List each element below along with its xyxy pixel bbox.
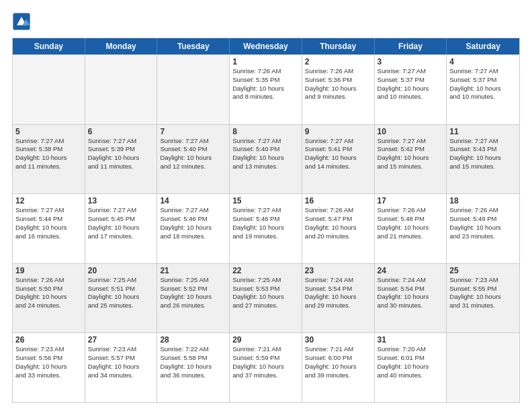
header-day-wednesday: Wednesday	[230, 38, 302, 54]
day-cell-empty-0-0	[13, 55, 85, 124]
day-cell-6: 6Sunrise: 7:27 AMSunset: 5:39 PMDaylight…	[85, 125, 158, 194]
cell-line: Sunrise: 7:26 AM	[232, 67, 299, 76]
cell-line: and 39 minutes.	[305, 371, 371, 380]
cell-line: and 10 minutes.	[378, 93, 444, 101]
day-number: 10	[378, 127, 444, 136]
cell-line: and 19 minutes.	[232, 232, 299, 241]
header-day-tuesday: Tuesday	[157, 38, 230, 54]
day-number: 18	[449, 196, 517, 205]
cell-line: Sunset: 5:45 PM	[88, 215, 154, 224]
cell-line: Daylight: 10 hours	[449, 85, 517, 93]
day-number: 17	[378, 196, 444, 205]
cell-line: and 15 minutes.	[378, 163, 444, 171]
cell-line: Daylight: 10 hours	[232, 293, 299, 302]
calendar-row-2: 12Sunrise: 7:27 AMSunset: 5:44 PMDayligh…	[13, 193, 519, 263]
day-number: 21	[160, 266, 226, 275]
cell-line: and 34 minutes.	[88, 371, 154, 380]
day-cell-23: 23Sunrise: 7:24 AMSunset: 5:54 PMDayligh…	[302, 264, 375, 333]
day-number: 2	[305, 57, 371, 66]
day-cell-17: 17Sunrise: 7:26 AMSunset: 5:48 PMDayligh…	[375, 194, 447, 263]
day-cell-30: 30Sunrise: 7:21 AMSunset: 6:00 PMDayligh…	[302, 333, 375, 402]
cell-line: and 17 minutes.	[88, 232, 154, 241]
cell-line: and 10 minutes.	[449, 93, 517, 101]
cell-line: Sunrise: 7:26 AM	[449, 206, 517, 215]
cell-line: and 16 minutes.	[15, 232, 82, 241]
cell-line: Sunrise: 7:27 AM	[232, 137, 299, 146]
cell-line: Sunrise: 7:27 AM	[160, 137, 226, 146]
day-cell-2: 2Sunrise: 7:26 AMSunset: 5:36 PMDaylight…	[302, 55, 375, 124]
day-cell-1: 1Sunrise: 7:26 AMSunset: 5:35 PMDaylight…	[230, 55, 302, 124]
day-cell-empty-0-2	[157, 55, 230, 124]
cell-line: Sunrise: 7:27 AM	[88, 206, 154, 215]
cell-line: Daylight: 10 hours	[15, 224, 82, 232]
cell-line: and 18 minutes.	[160, 232, 226, 241]
page: SundayMondayTuesdayWednesdayThursdayFrid…	[0, 0, 532, 411]
cell-line: Sunset: 5:59 PM	[232, 354, 299, 363]
cell-line: and 31 minutes.	[449, 302, 517, 310]
cell-line: Sunset: 5:58 PM	[160, 354, 226, 363]
cell-line: Sunset: 5:36 PM	[305, 76, 371, 85]
cell-line: Daylight: 10 hours	[378, 224, 444, 232]
cell-line: Daylight: 10 hours	[378, 363, 444, 371]
cell-line: Sunset: 5:37 PM	[449, 76, 517, 85]
day-number: 31	[378, 335, 444, 345]
day-number: 1	[232, 57, 299, 66]
cell-line: Sunset: 5:51 PM	[88, 285, 154, 293]
cell-line: Daylight: 10 hours	[305, 154, 371, 163]
day-number: 23	[305, 266, 371, 275]
cell-line: Sunset: 5:43 PM	[449, 145, 517, 154]
cell-line: and 21 minutes.	[378, 232, 444, 241]
day-cell-16: 16Sunrise: 7:26 AMSunset: 5:47 PMDayligh…	[302, 194, 375, 263]
cell-line: Daylight: 10 hours	[305, 85, 371, 93]
day-number: 25	[449, 266, 517, 275]
day-cell-31: 31Sunrise: 7:20 AMSunset: 6:01 PMDayligh…	[375, 333, 447, 402]
cell-line: Sunrise: 7:24 AM	[305, 276, 371, 285]
header-day-sunday: Sunday	[13, 38, 85, 54]
cell-line: and 8 minutes.	[232, 93, 299, 101]
header-day-friday: Friday	[375, 38, 447, 54]
logo-icon	[12, 12, 31, 31]
cell-line: Sunrise: 7:27 AM	[378, 67, 444, 76]
cell-line: Sunset: 5:54 PM	[378, 285, 444, 293]
day-number: 4	[449, 57, 517, 66]
cell-line: and 29 minutes.	[305, 302, 371, 310]
cell-line: and 13 minutes.	[232, 163, 299, 171]
cell-line: and 12 minutes.	[160, 163, 226, 171]
cell-line: Daylight: 10 hours	[160, 293, 226, 302]
logo	[12, 12, 32, 31]
cell-line: Sunset: 5:37 PM	[378, 76, 444, 85]
cell-line: Sunset: 5:39 PM	[88, 145, 154, 154]
calendar-row-4: 26Sunrise: 7:23 AMSunset: 5:56 PMDayligh…	[13, 332, 519, 402]
day-number: 14	[160, 196, 226, 205]
cell-line: Daylight: 10 hours	[449, 224, 517, 232]
day-number: 12	[15, 196, 82, 205]
day-cell-24: 24Sunrise: 7:24 AMSunset: 5:54 PMDayligh…	[375, 264, 447, 333]
cell-line: Sunrise: 7:27 AM	[378, 137, 444, 146]
cell-line: and 23 minutes.	[449, 232, 517, 241]
day-number: 24	[378, 266, 444, 275]
day-cell-28: 28Sunrise: 7:22 AMSunset: 5:58 PMDayligh…	[157, 333, 230, 402]
cell-line: Sunrise: 7:21 AM	[232, 345, 299, 354]
calendar-header: SundayMondayTuesdayWednesdayThursdayFrid…	[13, 38, 519, 54]
cell-line: Sunrise: 7:27 AM	[15, 206, 82, 215]
day-cell-7: 7Sunrise: 7:27 AMSunset: 5:40 PMDaylight…	[157, 125, 230, 194]
day-cell-8: 8Sunrise: 7:27 AMSunset: 5:40 PMDaylight…	[230, 125, 302, 194]
cell-line: Daylight: 10 hours	[232, 224, 299, 232]
cell-line: Sunset: 5:35 PM	[232, 76, 299, 85]
day-cell-12: 12Sunrise: 7:27 AMSunset: 5:44 PMDayligh…	[13, 194, 85, 263]
cell-line: Sunset: 5:55 PM	[449, 285, 517, 293]
day-number: 27	[88, 335, 154, 345]
day-number: 15	[232, 196, 299, 205]
day-number: 13	[88, 196, 154, 205]
cell-line: Daylight: 10 hours	[160, 363, 226, 371]
cell-line: Sunrise: 7:27 AM	[15, 137, 82, 146]
cell-line: Sunrise: 7:27 AM	[305, 137, 371, 146]
day-cell-27: 27Sunrise: 7:23 AMSunset: 5:57 PMDayligh…	[85, 333, 158, 402]
cell-line: Sunset: 5:49 PM	[449, 215, 517, 224]
cell-line: and 14 minutes.	[305, 163, 371, 171]
cell-line: Daylight: 10 hours	[88, 363, 154, 371]
day-cell-4: 4Sunrise: 7:27 AMSunset: 5:37 PMDaylight…	[447, 55, 519, 124]
cell-line: and 30 minutes.	[378, 302, 444, 310]
cell-line: Sunrise: 7:25 AM	[160, 276, 226, 285]
day-number: 16	[305, 196, 371, 205]
